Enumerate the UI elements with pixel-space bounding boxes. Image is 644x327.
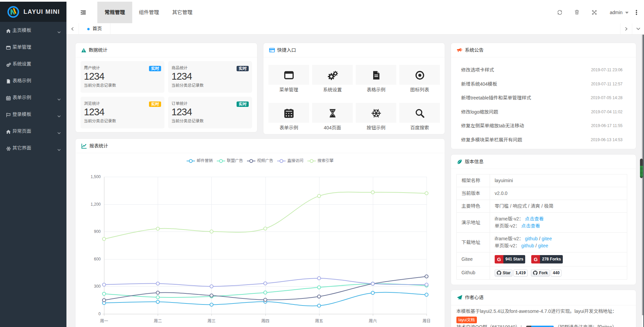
svg-text:周五: 周五 bbox=[315, 319, 323, 323]
svg-text:600: 600 bbox=[94, 257, 101, 261]
svg-text:1,500: 1,500 bbox=[91, 174, 101, 179]
svg-text:300: 300 bbox=[94, 284, 101, 289]
svg-text:周六: 周六 bbox=[369, 319, 377, 323]
svg-text:周日: 周日 bbox=[423, 319, 431, 323]
svg-text:周四: 周四 bbox=[261, 319, 269, 323]
svg-text:周三: 周三 bbox=[207, 319, 215, 323]
svg-text:1,200: 1,200 bbox=[91, 202, 101, 207]
svg-text:周二: 周二 bbox=[154, 319, 162, 323]
svg-text:0: 0 bbox=[98, 312, 101, 316]
svg-text:周一: 周一 bbox=[100, 319, 108, 323]
svg-text:900: 900 bbox=[94, 229, 101, 234]
